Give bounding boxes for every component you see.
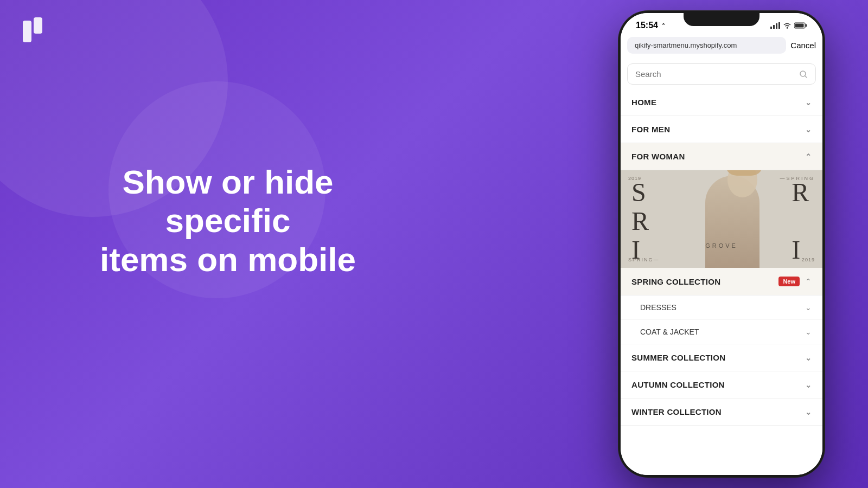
spring-collection-row[interactable]: SPRING COLLECTION New ⌃ <box>621 268 822 296</box>
nav-item-winter[interactable]: WINTER COLLECTION ⌄ <box>621 399 822 426</box>
search-icon <box>799 70 808 79</box>
nav-item-for-woman[interactable]: FOR WOMAN ⌃ <box>621 143 822 170</box>
signal-icon <box>770 22 780 29</box>
hero-title: Show or hide specific items on mobile <box>60 163 396 279</box>
nav-item-autumn[interactable]: AUTUMN COLLECTION ⌄ <box>621 371 822 399</box>
chevron-up-icon: ⌃ <box>805 152 812 161</box>
banner-image: 2019 —SPRING SPRING— 2019 SRING <box>621 170 822 268</box>
url-field[interactable]: qikify-smartmenu.myshopify.com <box>627 37 786 54</box>
phone-notch <box>684 11 760 26</box>
svg-rect-8 <box>795 24 804 28</box>
spring-collection-controls: New ⌃ <box>778 277 812 286</box>
location-icon <box>660 22 667 29</box>
nav-item-summer[interactable]: SUMMER COLLECTION ⌄ <box>621 344 822 371</box>
chevron-down-icon: ⌄ <box>805 303 812 312</box>
chevron-down-icon: ⌄ <box>805 408 812 416</box>
phone-screen: 15:54 <box>621 13 822 475</box>
new-badge: New <box>778 277 800 286</box>
svg-rect-2 <box>770 27 772 29</box>
svg-rect-5 <box>778 22 780 29</box>
chevron-down-icon: ⌄ <box>805 98 812 107</box>
logo <box>22 16 46 48</box>
wifi-icon <box>783 22 792 29</box>
svg-rect-1 <box>34 17 42 34</box>
banner-grove: GROVE <box>705 242 738 249</box>
chevron-down-icon: ⌄ <box>805 381 812 389</box>
cancel-button[interactable]: Cancel <box>790 41 816 50</box>
spring-collection-label: SPRING COLLECTION <box>631 277 720 286</box>
svg-rect-0 <box>23 21 31 42</box>
search-input[interactable] <box>635 69 795 79</box>
banner-spring-right: RIG <box>792 178 812 268</box>
search-bar[interactable] <box>627 63 816 85</box>
chevron-up-icon: ⌃ <box>805 277 812 286</box>
banner-spring-left: SRING <box>631 178 652 268</box>
status-time: 15:54 <box>636 21 667 30</box>
nav-item-for-men[interactable]: FOR MEN ⌄ <box>621 116 822 143</box>
address-bar: qikify-smartmenu.myshopify.com Cancel <box>621 34 822 59</box>
nav-sub-item-coat-jacket[interactable]: COAT & JACKET ⌄ <box>621 320 822 344</box>
nav-item-home[interactable]: HOME ⌄ <box>621 89 822 116</box>
chevron-down-icon: ⌄ <box>805 354 812 362</box>
chevron-down-icon: ⌄ <box>805 125 812 134</box>
svg-rect-7 <box>806 24 807 27</box>
phone-shell: 15:54 <box>618 11 825 477</box>
status-icons <box>770 22 807 29</box>
nav-sub-item-dresses[interactable]: DRESSES ⌄ <box>621 296 822 320</box>
chevron-down-icon: ⌄ <box>805 328 812 336</box>
hero-section: Show or hide specific items on mobile <box>60 163 396 279</box>
svg-rect-4 <box>776 23 777 29</box>
phone-mockup: 15:54 <box>618 11 825 477</box>
svg-rect-3 <box>773 25 775 29</box>
battery-icon <box>794 22 807 29</box>
menu-area[interactable]: HOME ⌄ FOR MEN ⌄ FOR WOMAN ⌃ 2019 —SPRIN… <box>621 59 822 475</box>
